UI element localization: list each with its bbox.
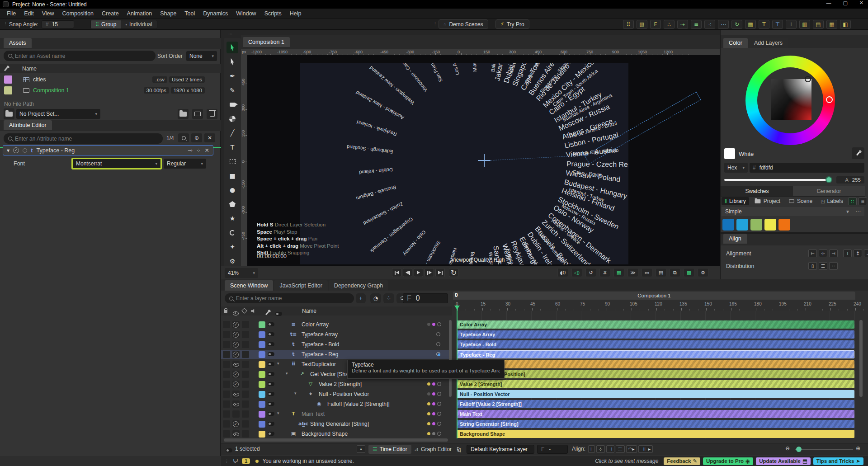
alignment-button-5[interactable]: ⊥ [864, 249, 868, 257]
pivot-tool[interactable] [226, 113, 238, 125]
check-icon[interactable]: ✓ [233, 332, 239, 338]
visibility-cell[interactable]: ✓ [232, 321, 240, 328]
attribute-search[interactable] [4, 133, 163, 144]
hierarchy-icon[interactable]: ⁖ [704, 20, 715, 29]
viewport-zoom-select[interactable]: 41%▾ [225, 268, 258, 278]
lock-cell[interactable] [223, 410, 230, 418]
lock-cell[interactable] [223, 321, 230, 328]
enabled-check-icon[interactable]: ✓ [13, 147, 19, 153]
cube-icon[interactable]: ▧ [637, 20, 647, 29]
alpha-slider-track[interactable] [724, 179, 829, 181]
ellipse-tool[interactable]: ● [226, 184, 238, 196]
menu-item-tool[interactable]: Tool [180, 10, 199, 17]
asset-color-swatch[interactable] [4, 75, 12, 84]
layer-color-swatch[interactable] [259, 351, 265, 358]
timeline-bar[interactable]: Value 2 [Strength] [457, 380, 854, 388]
spare-cell[interactable] [242, 400, 249, 408]
loop-button[interactable]: ↻ [449, 268, 458, 277]
color-swatch[interactable] [764, 219, 776, 231]
polygon-tool[interactable] [226, 198, 238, 210]
lock-cell[interactable] [223, 400, 230, 408]
camera-toggle-icon[interactable] [268, 382, 274, 386]
try-pro-button[interactable]: ⚡ Try Pro [495, 19, 529, 29]
timeline-bar[interactable]: Color Array [457, 320, 854, 329]
layer-color-swatch[interactable] [259, 331, 265, 338]
asset-row[interactable]: cities.csvUsed 2 times [0, 74, 221, 85]
visibility-cell[interactable] [232, 400, 240, 408]
zoom-out-icon[interactable]: ⊖ [785, 445, 790, 452]
camera-toggle-icon[interactable] [268, 342, 274, 346]
indicator-dot[interactable] [432, 432, 435, 435]
select-tool[interactable] [226, 42, 238, 53]
duplicate-icon[interactable]: ⧉ [670, 268, 680, 277]
pick-attribute-button[interactable] [178, 133, 189, 142]
layer-row[interactable]: ▾TMain Text [221, 410, 452, 419]
demo-scenes-button[interactable]: ∴ Demo Scenes [439, 19, 488, 29]
keyframe-layer-select[interactable]: Default Keyframe Layer [467, 445, 534, 454]
keyframe-align-button-5[interactable]: ⊣⊢▸ [638, 445, 653, 453]
audio-icon[interactable]: ◁) [571, 268, 582, 277]
close-button[interactable]: ✕ [859, 0, 863, 6]
play-button[interactable] [414, 268, 423, 277]
spare-cell[interactable] [242, 420, 249, 428]
upgrade-to-pro-button[interactable]: Upgrade to Pro◉ [703, 457, 753, 465]
camera-toggle-icon[interactable] [268, 392, 274, 396]
timeline-zoom-knob[interactable] [796, 447, 802, 452]
menu-item-scripts[interactable]: Scripts [260, 10, 286, 17]
camera-toggle-icon[interactable] [268, 412, 274, 416]
timeline-bar[interactable]: String Generator [String] [457, 420, 854, 428]
zoom-in-icon[interactable]: ⊕ [856, 445, 860, 452]
maximize-button[interactable]: ▢ [843, 0, 847, 6]
grid-view-button[interactable]: ∷ [848, 198, 857, 205]
next-message-hint[interactable]: Click to see next message [595, 458, 658, 464]
spare-cell[interactable] [242, 430, 249, 438]
align-middle-icon[interactable]: ⊥ [786, 20, 797, 29]
expand-chevron-icon[interactable]: ▾ [294, 391, 297, 395]
color-swatch[interactable] [722, 219, 734, 231]
pencil-tool[interactable]: ✎ [226, 85, 238, 96]
toolbar-drag-handle[interactable]: ⋮ [4, 21, 8, 26]
settings-icon[interactable]: ⚙ [698, 268, 708, 277]
tab-swatches[interactable]: Swatches [721, 186, 793, 196]
hue-selector[interactable] [826, 96, 833, 103]
clear-search-button[interactable]: ✕ [204, 133, 215, 142]
layer-row[interactable]: ✓▽Value 2 [Strength] [221, 380, 452, 389]
grid-icon[interactable]: ▦ [613, 268, 624, 277]
spare-cell[interactable] [242, 321, 249, 328]
camera-toggle-icon[interactable] [268, 352, 274, 356]
rows-icon[interactable]: ▤ [813, 20, 824, 29]
keyframe-align-button-1[interactable]: ⊹ [596, 445, 604, 453]
more-options-icon[interactable]: ⋯ [855, 208, 861, 215]
eye-icon[interactable] [233, 431, 239, 437]
layer-h-scrollbar[interactable] [224, 438, 448, 442]
eye-icon[interactable] [233, 401, 239, 407]
tab-composition-1[interactable]: Composition 1 [243, 37, 290, 47]
hex-mode-select[interactable]: Hex▾ [724, 163, 748, 173]
visibility-cell[interactable]: ✓ [232, 381, 240, 388]
indicator-dot[interactable] [427, 422, 430, 425]
open-folder-button[interactable] [178, 109, 189, 119]
distribution-button-0[interactable]: ▯ [808, 262, 817, 270]
eyedropper-button[interactable] [852, 147, 864, 159]
check-icon[interactable]: ✓ [233, 372, 239, 377]
alpha-value-field[interactable]: A 255 [836, 176, 864, 184]
grid-dots-icon[interactable]: ⠿ [623, 20, 634, 29]
visibility-cell[interactable]: ✓ [232, 341, 240, 348]
previous-frame-button[interactable] [403, 268, 412, 277]
indicator-circle[interactable] [437, 392, 441, 396]
alignment-button-1[interactable]: ⊹ [819, 249, 827, 257]
check-icon[interactable]: ✓ [233, 342, 239, 348]
timeline-bar[interactable]: Get Vector [Shape Position] [457, 370, 854, 378]
tab-align[interactable]: Align [723, 234, 747, 244]
render-flags-icon[interactable]: ≫ [627, 268, 638, 277]
camera-icon[interactable]: ◧ [840, 20, 851, 29]
timeline-bar[interactable]: Main Text [457, 410, 854, 418]
layer-color-swatch[interactable] [259, 361, 265, 368]
stylus-icon[interactable]: T [759, 20, 769, 29]
close-node-icon[interactable]: ✕ [205, 147, 209, 154]
layer-row[interactable]: ✓t≡Typeface Array [221, 330, 452, 339]
solo-circle-icon[interactable] [23, 148, 27, 153]
saturation-value-square[interactable] [771, 79, 811, 120]
menu-item-create[interactable]: Create [98, 10, 123, 17]
camera-toggle-icon[interactable] [268, 332, 274, 336]
